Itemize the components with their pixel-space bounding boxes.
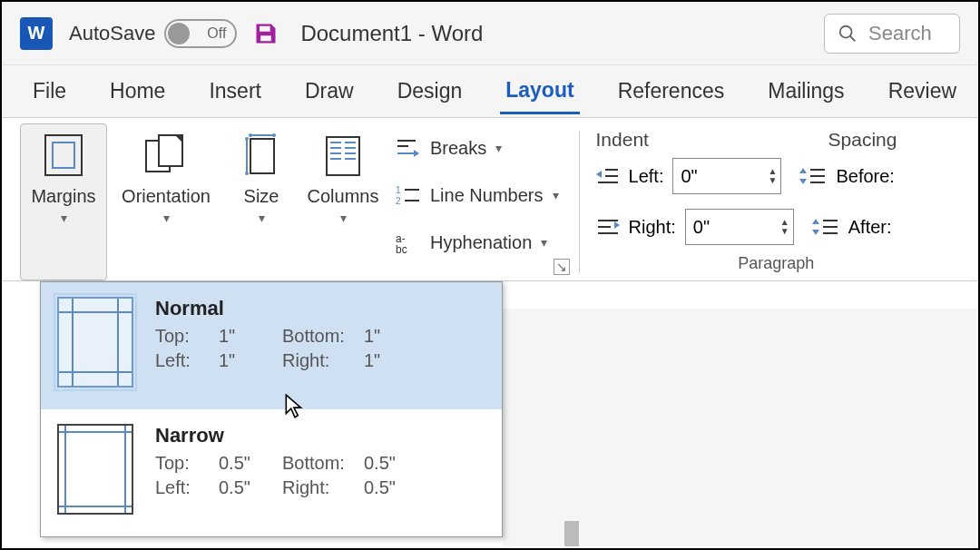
hyphenation-label: Hyphenation <box>430 232 532 253</box>
chevron-down-icon: ▾ <box>259 211 265 225</box>
margin-preview-narrow <box>57 424 133 515</box>
m-right-val: 0.5" <box>364 477 409 498</box>
page-edge <box>564 521 579 546</box>
svg-text:1: 1 <box>396 185 401 195</box>
svg-text:bc: bc <box>396 243 407 253</box>
page-setup-dialog-launcher[interactable]: ↘ <box>554 259 570 275</box>
group-separator <box>579 131 580 273</box>
svg-rect-3 <box>53 142 74 168</box>
spacing-after-label: After: <box>848 217 892 238</box>
search-icon <box>838 24 858 44</box>
m-bottom-label: Bottom: <box>282 326 364 347</box>
chevron-down-icon: ▾ <box>553 188 559 202</box>
margins-dropdown: Normal Top: 1" Bottom: 1" Left: 1" Right… <box>40 281 503 537</box>
tab-home[interactable]: Home <box>104 70 171 113</box>
columns-label: Columns <box>308 186 379 207</box>
ribbon-tabs: File Home Insert Draw Design Layout Refe… <box>2 65 978 118</box>
svg-rect-2 <box>45 135 82 175</box>
spacing-before-label: Before: <box>836 166 894 187</box>
spinner-arrows[interactable]: ▲▼ <box>769 167 778 185</box>
chevron-down-icon: ▾ <box>61 211 67 225</box>
svg-point-10 <box>272 133 276 137</box>
spacing-title: Spacing <box>828 129 897 151</box>
m-bottom-label: Bottom: <box>282 453 364 474</box>
indent-title: Indent <box>596 129 649 151</box>
spacing-before-icon <box>799 166 827 186</box>
m-top-val: 0.5" <box>219 453 282 474</box>
svg-text:2: 2 <box>396 196 401 206</box>
spinner-arrows[interactable]: ▲▼ <box>780 218 789 236</box>
svg-rect-6 <box>250 139 274 173</box>
columns-icon <box>323 130 363 181</box>
m-bottom-val: 0.5" <box>364 453 409 474</box>
m-right-label: Right: <box>282 350 364 371</box>
size-label: Size <box>244 186 279 207</box>
indent-left-input[interactable]: 0" ▲▼ <box>672 158 781 194</box>
margins-label: Margins <box>31 186 95 207</box>
search-placeholder: Search <box>868 22 932 45</box>
m-left-label: Left: <box>155 350 219 371</box>
margin-option-normal[interactable]: Normal Top: 1" Bottom: 1" Left: 1" Right… <box>41 282 502 409</box>
svg-point-12 <box>245 172 249 175</box>
m-left-val: 0.5" <box>219 477 282 498</box>
tab-design[interactable]: Design <box>392 70 468 113</box>
margin-name: Normal <box>155 297 485 320</box>
orientation-label: Orientation <box>122 186 211 207</box>
svg-line-1 <box>850 35 856 41</box>
chevron-down-icon: ▾ <box>340 211 347 225</box>
autosave-label: AutoSave <box>69 22 155 45</box>
toggle-knob <box>168 23 190 44</box>
m-right-val: 1" <box>364 350 409 371</box>
margin-name: Narrow <box>155 424 485 447</box>
indent-left-value: 0" <box>681 166 697 187</box>
indent-right-label: Right: <box>629 217 676 238</box>
hyphenation-button[interactable]: a-bc Hyphenation ▾ <box>396 221 559 263</box>
svg-rect-5 <box>159 135 182 166</box>
line-numbers-icon: 12 <box>396 184 421 206</box>
tab-file[interactable]: File <box>27 70 72 113</box>
tab-draw[interactable]: Draw <box>299 70 359 113</box>
margins-button[interactable]: Margins ▾ <box>20 123 107 280</box>
autosave-toggle[interactable]: Off <box>164 19 237 48</box>
orientation-button[interactable]: Orientation ▾ <box>107 123 225 280</box>
document-area[interactable] <box>503 309 976 546</box>
tab-references[interactable]: References <box>612 70 730 113</box>
line-numbers-label: Line Numbers <box>430 185 544 206</box>
chevron-down-icon: ▾ <box>163 211 170 225</box>
save-icon[interactable] <box>253 21 279 46</box>
indent-left-label: Left: <box>629 166 664 187</box>
margins-icon <box>42 130 85 181</box>
indent-right-icon <box>596 217 620 237</box>
indent-left-icon <box>596 166 620 186</box>
columns-button[interactable]: Columns ▾ <box>298 123 388 280</box>
m-top-val: 1" <box>219 326 282 347</box>
tab-insert[interactable]: Insert <box>203 70 267 113</box>
svg-point-9 <box>249 133 252 137</box>
size-icon <box>240 130 283 181</box>
svg-point-11 <box>245 137 249 141</box>
tab-layout[interactable]: Layout <box>500 69 579 114</box>
chevron-down-icon: ▾ <box>541 235 547 250</box>
m-left-val: 1" <box>219 350 282 371</box>
breaks-icon <box>396 137 421 159</box>
paragraph-group-label: Paragraph <box>585 250 967 279</box>
search-input[interactable]: Search <box>824 14 960 54</box>
size-button[interactable]: Size ▾ <box>225 123 298 280</box>
document-title: Document1 - Word <box>300 21 483 46</box>
spacing-after-icon <box>812 217 839 237</box>
tab-mailings[interactable]: Mailings <box>762 70 849 113</box>
group-paragraph: Indent Spacing Left: 0" ▲▼ Before: Right… <box>585 123 967 280</box>
indent-right-input[interactable]: 0" ▲▼ <box>685 209 794 245</box>
breaks-button[interactable]: Breaks ▾ <box>396 127 559 169</box>
orientation-icon <box>141 130 191 181</box>
m-left-label: Left: <box>155 477 219 498</box>
svg-point-0 <box>840 25 852 37</box>
tab-review[interactable]: Review <box>883 70 962 113</box>
m-bottom-val: 1" <box>364 326 409 347</box>
margin-option-narrow[interactable]: Narrow Top: 0.5" Bottom: 0.5" Left: 0.5"… <box>41 409 502 536</box>
line-numbers-button[interactable]: 12 Line Numbers ▾ <box>396 174 559 216</box>
hyphenation-icon: a-bc <box>396 231 421 253</box>
m-top-label: Top: <box>155 453 219 474</box>
word-app-icon: W <box>20 17 53 50</box>
autosave-state: Off <box>207 25 226 42</box>
